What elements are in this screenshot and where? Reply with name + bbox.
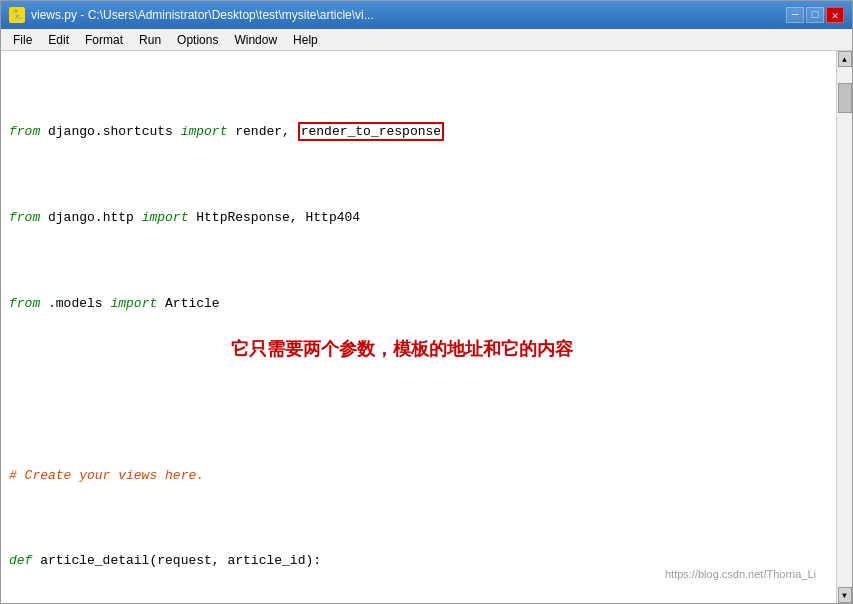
- window-title: views.py - C:\Users\Administrator\Deskto…: [31, 8, 786, 22]
- app-icon: 🐍: [9, 7, 25, 23]
- menu-help[interactable]: Help: [285, 31, 326, 49]
- menu-format[interactable]: Format: [77, 31, 131, 49]
- title-bar: 🐍 views.py - C:\Users\Administrator\Desk…: [1, 1, 852, 29]
- menu-edit[interactable]: Edit: [40, 31, 77, 49]
- code-line-4: [9, 379, 828, 401]
- window-controls: ─ □ ✕: [786, 7, 844, 23]
- scroll-down-arrow[interactable]: ▼: [838, 587, 852, 603]
- watermark: https://blog.csdn.net/Thorna_Li: [665, 565, 816, 583]
- main-window: 🐍 views.py - C:\Users\Administrator\Desk…: [0, 0, 853, 604]
- code-line-1: from django.shortcuts import render, ren…: [9, 121, 828, 143]
- code-line-5: # Create your views here.: [9, 465, 828, 487]
- menu-options[interactable]: Options: [169, 31, 226, 49]
- editor-container: from django.shortcuts import render, ren…: [1, 51, 852, 603]
- minimize-button[interactable]: ─: [786, 7, 804, 23]
- code-line-3: from .models import Article: [9, 293, 828, 315]
- scroll-thumb[interactable]: [838, 83, 852, 113]
- scroll-up-arrow[interactable]: ▲: [838, 51, 852, 67]
- code-line-2: from django.http import HttpResponse, Ht…: [9, 207, 828, 229]
- menu-run[interactable]: Run: [131, 31, 169, 49]
- close-button[interactable]: ✕: [826, 7, 844, 23]
- menu-file[interactable]: File: [5, 31, 40, 49]
- maximize-button[interactable]: □: [806, 7, 824, 23]
- annotation-text: 它只需要两个参数，模板的地址和它的内容: [231, 335, 573, 365]
- menu-window[interactable]: Window: [226, 31, 285, 49]
- menu-bar: File Edit Format Run Options Window Help: [1, 29, 852, 51]
- code-editor[interactable]: from django.shortcuts import render, ren…: [1, 51, 836, 603]
- scrollbar-vertical[interactable]: ▲ ▼: [836, 51, 852, 603]
